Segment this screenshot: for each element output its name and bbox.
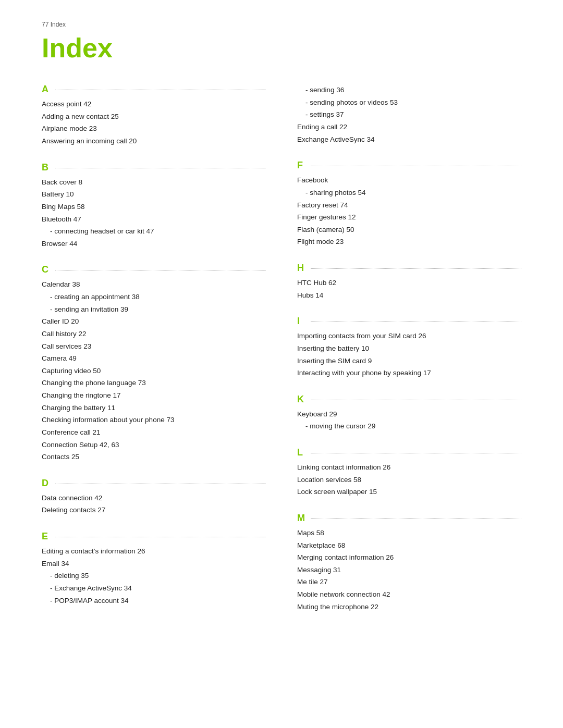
index-entry: Hubs 14 xyxy=(297,289,521,302)
index-entry: Marketplace 68 xyxy=(297,539,521,552)
index-entry: Access point 42 xyxy=(42,98,266,110)
index-section: HHTC Hub 62Hubs 14 xyxy=(297,263,521,301)
index-section: IImporting contacts from your SIM card 2… xyxy=(297,316,521,379)
index-section: DData connection 42Deleting contacts 27 xyxy=(42,478,266,516)
section-letter: H xyxy=(297,263,307,274)
section-divider xyxy=(55,270,266,270)
section-entries: Maps 58Marketplace 68Merging contact inf… xyxy=(297,527,521,613)
index-entry: Changing the phone language 73 xyxy=(42,377,266,389)
section-entries: Editing a contact's information 26Email … xyxy=(42,545,266,607)
index-entry: - sending an invitation 39 xyxy=(42,303,266,316)
index-entry: Flight mode 23 xyxy=(297,236,521,248)
index-section: BBack cover 8Battery 10Bing Maps 58Bluet… xyxy=(42,162,266,250)
index-entry: Back cover 8 xyxy=(42,176,266,189)
page-number-line: 77 Index xyxy=(42,21,521,28)
index-entry: Mobile network connection 42 xyxy=(297,588,521,601)
section-divider xyxy=(55,537,266,537)
index-entry: - sending photos or videos 53 xyxy=(297,96,521,109)
index-entry: Charging the battery 11 xyxy=(42,402,266,414)
index-entry: - settings 37 xyxy=(297,108,521,121)
index-entry: - Exchange ActiveSync 34 xyxy=(42,582,266,595)
index-entry: - sharing photos 54 xyxy=(297,187,521,199)
section-entries: Keyboard 29 - moving the cursor 29 xyxy=(297,408,521,433)
section-entries: Access point 42Adding a new contact 25Ai… xyxy=(42,98,266,147)
index-section: LLinking contact information 26Location … xyxy=(297,447,521,498)
index-entry: - sending 36 xyxy=(297,84,521,96)
index-entry: Editing a contact's information 26 xyxy=(42,545,266,558)
index-entry: Maps 58 xyxy=(297,527,521,539)
index-entry: Inserting the battery 10 xyxy=(297,342,521,355)
index-entry: Ending a call 22 xyxy=(297,121,521,133)
index-entry: Inserting the SIM card 9 xyxy=(297,355,521,367)
section-divider xyxy=(311,322,521,322)
index-entry: Airplane mode 23 xyxy=(42,122,266,135)
index-entry: Bing Maps 58 xyxy=(42,201,266,213)
index-entry: Adding a new contact 25 xyxy=(42,110,266,123)
index-entry: Deleting contacts 27 xyxy=(42,504,266,516)
index-entry: Factory reset 74 xyxy=(297,199,521,212)
index-section: KKeyboard 29 - moving the cursor 29 xyxy=(297,394,521,433)
section-divider xyxy=(311,166,521,166)
index-entry: Data connection 42 xyxy=(42,492,266,504)
index-entry: Messaging 31 xyxy=(297,564,521,576)
index-section: MMaps 58Marketplace 68Merging contact in… xyxy=(297,513,521,613)
index-entry: Browser 44 xyxy=(42,238,266,250)
index-entry: Facebook xyxy=(297,174,521,187)
section-divider xyxy=(311,519,521,519)
section-entries: Importing contacts from your SIM card 26… xyxy=(297,330,521,379)
index-entry: Capturing video 50 xyxy=(42,365,266,377)
index-entry: Checking information about your phone 73 xyxy=(42,414,266,426)
section-entries: Calendar 38 - creating an appointment 38… xyxy=(42,278,266,463)
section-entries: HTC Hub 62Hubs 14 xyxy=(297,277,521,301)
index-entry: Call services 23 xyxy=(42,340,266,353)
section-letter: E xyxy=(42,531,51,542)
section-letter: K xyxy=(297,394,307,405)
section-divider xyxy=(55,484,266,484)
section-divider xyxy=(311,400,521,400)
index-section: AAccess point 42Adding a new contact 25A… xyxy=(42,84,266,147)
section-letter: M xyxy=(297,513,307,524)
index-entry: Lock screen wallpaper 15 xyxy=(297,486,521,498)
section-entries: Data connection 42Deleting contacts 27 xyxy=(42,492,266,516)
index-section: EEditing a contact's information 26Email… xyxy=(42,531,266,607)
index-entry: Muting the microphone 22 xyxy=(297,601,521,613)
index-entry: Flash (camera) 50 xyxy=(297,224,521,236)
index-entry: - deleting 35 xyxy=(42,570,266,582)
section-letter: I xyxy=(297,316,307,327)
index-entry: Contacts 25 xyxy=(42,451,266,463)
section-entries: - sending 36 - sending photos or videos … xyxy=(297,84,521,145)
section-letter: B xyxy=(42,162,51,173)
right-column: - sending 36 - sending photos or videos … xyxy=(297,84,521,627)
index-entry: - moving the cursor 29 xyxy=(297,420,521,433)
section-divider xyxy=(311,453,521,453)
index-entry: Merging contact information 26 xyxy=(297,551,521,564)
section-entries: Back cover 8Battery 10Bing Maps 58Blueto… xyxy=(42,176,266,250)
index-entry: - creating an appointment 38 xyxy=(42,291,266,303)
section-divider xyxy=(55,168,266,168)
index-section: - sending 36 - sending photos or videos … xyxy=(297,84,521,145)
index-entry: Conference call 21 xyxy=(42,426,266,439)
index-entry: Changing the ringtone 17 xyxy=(42,389,266,402)
index-entry: - POP3/IMAP account 34 xyxy=(42,595,266,607)
index-entry: Call history 22 xyxy=(42,328,266,340)
index-entry: Location services 58 xyxy=(297,474,521,486)
index-entry: Caller ID 20 xyxy=(42,315,266,328)
index-entry: HTC Hub 62 xyxy=(297,277,521,289)
index-entry: Email 34 xyxy=(42,558,266,570)
index-entry: Importing contacts from your SIM card 26 xyxy=(297,330,521,342)
index-entry: Bluetooth 47 xyxy=(42,213,266,226)
section-letter: A xyxy=(42,84,51,95)
section-letter: C xyxy=(42,264,51,275)
index-entry: Calendar 38 xyxy=(42,278,266,291)
index-entry: Me tile 27 xyxy=(297,576,521,588)
index-entry: Camera 49 xyxy=(42,352,266,365)
section-divider xyxy=(55,90,266,90)
left-column: AAccess point 42Adding a new contact 25A… xyxy=(42,84,266,627)
index-entry: Answering an incoming call 20 xyxy=(42,135,266,147)
index-entry: Battery 10 xyxy=(42,188,266,201)
index-entry: Connection Setup 42, 63 xyxy=(42,439,266,451)
section-letter: L xyxy=(297,447,307,458)
section-entries: Facebook - sharing photos 54Factory rese… xyxy=(297,174,521,248)
section-letter: D xyxy=(42,478,51,489)
section-divider xyxy=(311,268,521,269)
